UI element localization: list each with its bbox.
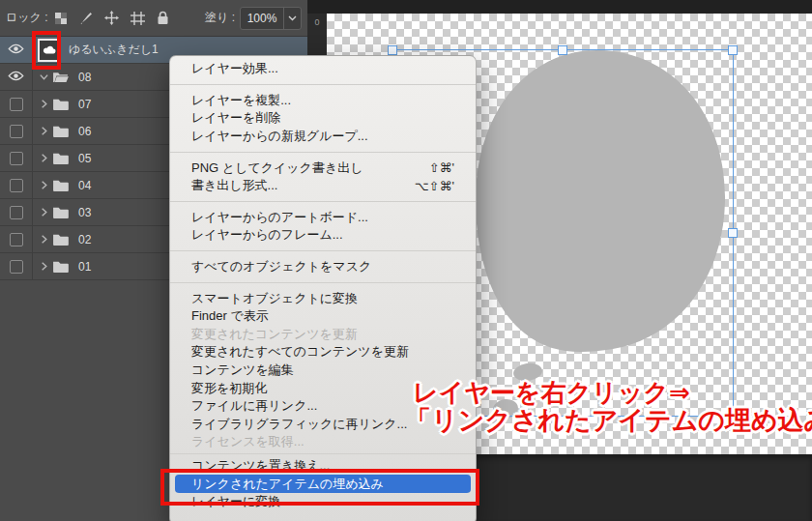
brush-lock-icon[interactable]	[79, 12, 93, 25]
folder-icon	[52, 260, 69, 273]
layer-name: ゆるいふきだし1	[69, 42, 159, 58]
visibility-checkbox[interactable]	[10, 125, 23, 138]
photoshop-screenshot: 0 ロック : 塗り : 100%	[0, 0, 812, 521]
visibility-toggle[interactable]	[0, 64, 33, 90]
move-lock-icon[interactable]	[104, 11, 119, 25]
menu-item-layer-effects[interactable]: レイヤー効果...	[170, 60, 476, 78]
visibility-checkbox[interactable]	[10, 152, 23, 165]
visibility-checkbox[interactable]	[10, 179, 23, 192]
ruler-origin-label: 0	[307, 17, 327, 27]
horizontal-ruler	[307, 0, 812, 14]
visibility-checkbox[interactable]	[10, 233, 23, 246]
chevron-right-icon[interactable]	[39, 261, 49, 272]
artboard-lock-icon[interactable]	[130, 12, 145, 25]
menu-item-update-all-modified-content[interactable]: 変更されたすべてのコンテンツを更新	[170, 343, 476, 362]
folder-icon	[52, 179, 69, 191]
chevron-right-icon[interactable]	[39, 207, 49, 217]
selection-handle-top-right[interactable]	[728, 45, 738, 55]
lock-label: ロック :	[6, 10, 48, 26]
chevron-right-icon[interactable]	[39, 180, 49, 190]
menu-item-delete-layer[interactable]: レイヤーを削除	[170, 109, 476, 128]
visibility-toggle[interactable]	[0, 37, 33, 63]
folder-icon	[52, 125, 69, 137]
layer-name: 05	[78, 152, 91, 165]
menu-separator	[170, 282, 476, 283]
chevron-right-icon[interactable]	[39, 153, 49, 163]
selection-handle-top-middle[interactable]	[558, 45, 567, 55]
menu-item-export-as[interactable]: 書き出し形式...⌥⇧⌘'	[170, 177, 476, 195]
menu-item-artboard-from-layers[interactable]: レイヤーからのアートボード...	[170, 209, 476, 227]
layer-name: 03	[78, 206, 91, 219]
chevron-down-icon[interactable]	[39, 72, 49, 82]
menu-separator	[170, 453, 476, 454]
open-folder-icon	[52, 71, 69, 83]
menu-item-convert-to-smart-object[interactable]: スマートオブジェクトに変換	[170, 289, 476, 307]
chevron-right-icon[interactable]	[39, 126, 49, 136]
folder-icon	[52, 206, 69, 218]
menu-separator	[170, 152, 476, 153]
menu-item-frame-from-layers[interactable]: レイヤーからのフレーム...	[170, 226, 476, 245]
layer-context-menu: レイヤー効果... レイヤーを複製... レイヤーを削除 レイヤーからの新規グル…	[169, 55, 477, 521]
fill-value-field[interactable]: 100%	[241, 8, 283, 29]
menu-item-duplicate-layer[interactable]: レイヤーを複製...	[170, 92, 476, 110]
menu-separator	[170, 201, 476, 202]
menu-item-quick-export-png[interactable]: PNG としてクイック書き出し⇧⌘'	[170, 159, 476, 177]
menu-separator	[170, 84, 476, 85]
layer-name: 07	[78, 98, 91, 111]
folder-icon	[52, 233, 69, 246]
menu-item-mask-all-objects[interactable]: すべてのオブジェクトをマスク	[170, 258, 476, 276]
shortcut-label: ⌥⇧⌘'	[415, 179, 454, 193]
layer-name: 01	[78, 260, 91, 274]
eye-icon	[8, 43, 24, 57]
transparency-lock-icon[interactable]	[54, 12, 68, 25]
visibility-checkbox[interactable]	[10, 206, 23, 219]
layer-name: 08	[78, 71, 91, 84]
chevron-right-icon[interactable]	[39, 99, 49, 109]
annotation-box-embed-menu-item	[160, 469, 479, 506]
lock-all-icon[interactable]	[157, 11, 169, 25]
menu-item-update-modified-content: 変更されたコンテンツを更新	[170, 326, 476, 344]
chevron-down-icon[interactable]	[283, 8, 301, 29]
selection-handle-right-middle[interactable]	[728, 228, 738, 238]
menu-item-reveal-in-finder[interactable]: Finder で表示	[170, 307, 476, 326]
layer-name: 06	[78, 125, 91, 138]
chevron-right-icon[interactable]	[39, 234, 49, 245]
visibility-checkbox[interactable]	[10, 260, 23, 274]
layer-name: 04	[78, 179, 91, 192]
fill-label: 塗り :	[205, 10, 235, 26]
eye-icon	[8, 71, 24, 84]
annotation-box-layer-thumbnail	[32, 31, 61, 70]
annotation-text-line2: 「リンクされたアイテムの埋め込み」	[405, 403, 812, 438]
layer-name: 02	[78, 233, 91, 246]
selection-handle-top-left[interactable]	[388, 45, 397, 55]
menu-separator	[170, 250, 476, 251]
shortcut-label: ⇧⌘'	[429, 160, 454, 175]
visibility-checkbox[interactable]	[10, 98, 23, 111]
folder-icon	[52, 152, 69, 164]
menu-item-new-group-from-layers[interactable]: レイヤーからの新規グループ...	[170, 128, 476, 146]
folder-icon	[52, 98, 69, 110]
